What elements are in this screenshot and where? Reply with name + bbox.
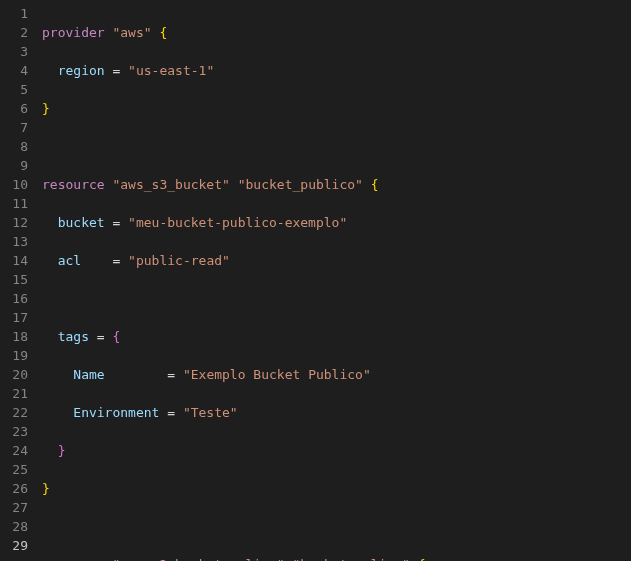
line-number: 27 (0, 498, 28, 517)
line-number: 9 (0, 156, 28, 175)
line-number: 13 (0, 232, 28, 251)
property: Name (73, 367, 104, 382)
code-line[interactable]: acl = "public-read" (42, 251, 631, 270)
code-line[interactable]: } (42, 479, 631, 498)
line-number: 16 (0, 289, 28, 308)
string-literal: "aws_s3_bucket_policy" (112, 557, 284, 561)
line-number: 15 (0, 270, 28, 289)
property: tags (58, 329, 89, 344)
line-number: 26 (0, 479, 28, 498)
string-literal: "bucket_policy" (292, 557, 409, 561)
code-line[interactable]: tags = { (42, 327, 631, 346)
code-editor[interactable]: 1 2 3 4 5 6 7 8 9 10 11 12 13 14 15 16 1… (0, 0, 631, 561)
line-number: 19 (0, 346, 28, 365)
string-literal: "Exemplo Bucket Publico" (183, 367, 371, 382)
property: region (58, 63, 105, 78)
string-literal: "Teste" (183, 405, 238, 420)
line-number: 8 (0, 137, 28, 156)
operator: = (105, 215, 128, 230)
line-number: 17 (0, 308, 28, 327)
line-number: 6 (0, 99, 28, 118)
brace: } (58, 443, 66, 458)
line-number: 7 (0, 118, 28, 137)
code-line[interactable] (42, 289, 631, 308)
code-line[interactable] (42, 137, 631, 156)
line-number: 14 (0, 251, 28, 270)
code-line[interactable]: provider "aws" { (42, 23, 631, 42)
operator: = (89, 329, 112, 344)
line-number: 18 (0, 327, 28, 346)
brace: { (112, 329, 120, 344)
brace: { (418, 557, 426, 561)
line-number: 5 (0, 80, 28, 99)
keyword-provider: provider (42, 25, 105, 40)
code-line[interactable]: resource "aws_s3_bucket" "bucket_publico… (42, 175, 631, 194)
brace: } (42, 481, 50, 496)
line-number-gutter: 1 2 3 4 5 6 7 8 9 10 11 12 13 14 15 16 1… (0, 0, 42, 561)
string-literal: "aws_s3_bucket" (112, 177, 229, 192)
line-number: 10 (0, 175, 28, 194)
operator: = (105, 63, 128, 78)
property: bucket (58, 215, 105, 230)
line-number: 20 (0, 365, 28, 384)
code-line[interactable]: } (42, 441, 631, 460)
line-number: 2 (0, 23, 28, 42)
string-literal: "bucket_publico" (238, 177, 363, 192)
brace: { (371, 177, 379, 192)
keyword-resource: resource (42, 177, 105, 192)
code-line[interactable] (42, 517, 631, 536)
code-line[interactable]: Name = "Exemplo Bucket Publico" (42, 365, 631, 384)
string-literal: "us-east-1" (128, 63, 214, 78)
string-literal: "public-read" (128, 253, 230, 268)
code-line[interactable]: region = "us-east-1" (42, 61, 631, 80)
string-literal: "meu-bucket-publico-exemplo" (128, 215, 347, 230)
line-number: 28 (0, 517, 28, 536)
line-number: 22 (0, 403, 28, 422)
brace: { (159, 25, 167, 40)
line-number: 29 (0, 536, 28, 555)
line-number: 24 (0, 441, 28, 460)
keyword-resource: resource (42, 557, 105, 561)
code-content[interactable]: provider "aws" { region = "us-east-1" } … (42, 0, 631, 561)
line-number: 23 (0, 422, 28, 441)
string-literal: "aws" (112, 25, 151, 40)
code-line[interactable]: Environment = "Teste" (42, 403, 631, 422)
property: Environment (73, 405, 159, 420)
line-number: 25 (0, 460, 28, 479)
line-number: 3 (0, 42, 28, 61)
line-number: 21 (0, 384, 28, 403)
line-number: 12 (0, 213, 28, 232)
code-line[interactable]: bucket = "meu-bucket-publico-exemplo" (42, 213, 631, 232)
property: acl (58, 253, 81, 268)
code-line[interactable]: resource "aws_s3_bucket_policy" "bucket_… (42, 555, 631, 561)
code-line[interactable]: } (42, 99, 631, 118)
line-number: 11 (0, 194, 28, 213)
line-number: 4 (0, 61, 28, 80)
brace: } (42, 101, 50, 116)
line-number: 1 (0, 4, 28, 23)
